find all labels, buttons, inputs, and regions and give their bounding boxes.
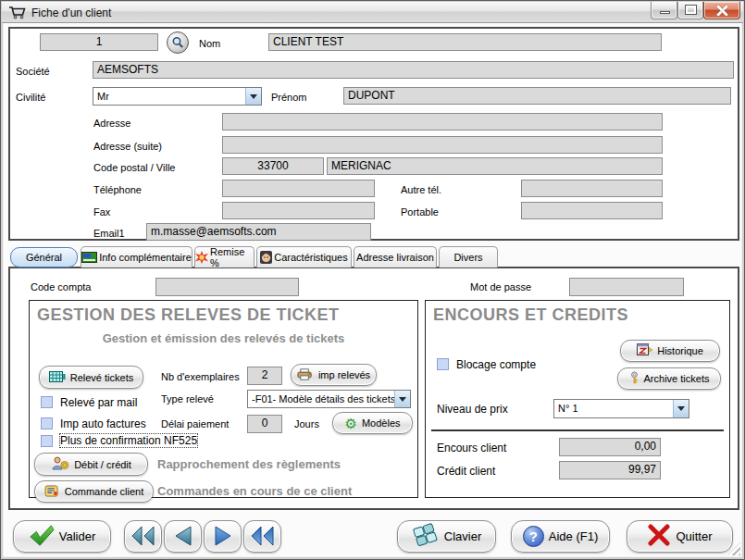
portable-field[interactable] xyxy=(521,202,663,219)
button-label: Débit / crédit xyxy=(74,459,131,470)
ville-field[interactable]: MERIGNAC xyxy=(327,157,663,175)
telephone-label: Téléphone xyxy=(93,184,142,195)
prenom-field[interactable]: DUPONT xyxy=(343,87,731,105)
delai-paiement-label: Délai paiement xyxy=(161,418,229,429)
person-face-icon xyxy=(260,251,272,264)
nom-field[interactable]: CLIENT TEST xyxy=(268,33,662,51)
valider-button[interactable]: Valider xyxy=(13,520,111,553)
first-record-button[interactable] xyxy=(124,520,162,553)
tab-label: Remise % xyxy=(210,246,254,268)
jours-label: Jours xyxy=(294,418,319,429)
button-label: Valider xyxy=(59,529,96,543)
tab-general[interactable]: Général xyxy=(10,247,78,268)
code-compta-field[interactable] xyxy=(155,278,299,296)
close-icon xyxy=(715,4,728,17)
nf525-checkbox[interactable] xyxy=(41,435,53,447)
identity-form: 1 Nom CLIENT TEST Société AEMSOFTS Civil… xyxy=(8,27,739,241)
code-postal-field[interactable]: 33700 xyxy=(222,157,324,175)
type-releve-label: Type relevé xyxy=(161,393,214,404)
key-icon xyxy=(629,371,639,387)
code-compta-label: Code compta xyxy=(31,281,91,292)
mot-de-passe-label: Mot de passe xyxy=(470,281,531,292)
adresse-suite-field[interactable] xyxy=(222,136,663,154)
order-note-icon xyxy=(44,485,60,499)
historique-button[interactable]: Historique xyxy=(620,340,720,362)
niveau-prix-select[interactable]: N° 1 xyxy=(553,399,689,418)
tab-divers[interactable]: Divers xyxy=(439,246,498,268)
encours-group-title: ENCOURS ET CREDITS xyxy=(433,305,628,325)
button-label: Aide (F1) xyxy=(549,529,598,543)
keyboard-icon xyxy=(412,523,440,550)
quitter-button[interactable]: Quitter xyxy=(627,520,733,553)
releve-tickets-button[interactable]: Relevé tickets xyxy=(39,366,143,389)
button-label: Clavier xyxy=(444,529,481,543)
encours-client-field[interactable]: 0,00 xyxy=(559,438,661,456)
credit-client-label: Crédit client xyxy=(437,465,495,478)
nb-exemplaires-field[interactable]: 2 xyxy=(247,367,282,385)
close-button[interactable] xyxy=(703,2,740,19)
check-icon xyxy=(29,523,55,550)
autre-tel-field[interactable] xyxy=(521,180,663,197)
arrow-left-icon xyxy=(172,525,194,549)
imp-releves-button[interactable]: imp relevés xyxy=(291,364,377,386)
prenom-label: Prénom xyxy=(271,92,307,103)
portable-label: Portable xyxy=(401,206,439,218)
tab-remise[interactable]: Remise % xyxy=(194,246,255,268)
ticket-grid-icon xyxy=(49,370,66,385)
tab-info-complementaire[interactable]: Info complémentaire xyxy=(81,246,192,268)
previous-record-button[interactable] xyxy=(164,520,202,553)
adresse-field[interactable] xyxy=(222,113,663,131)
minimize-button[interactable] xyxy=(651,2,677,19)
type-releve-value: -F01- Modèle détails des tickets xyxy=(248,391,394,407)
chevron-down-icon[interactable] xyxy=(245,88,261,105)
societe-field[interactable]: AEMSOFTS xyxy=(93,61,734,79)
chevron-down-icon[interactable] xyxy=(394,391,410,407)
encours-client-label: Encours client xyxy=(437,442,506,454)
last-record-button[interactable] xyxy=(243,520,281,553)
credit-client-field[interactable]: 99,97 xyxy=(559,461,661,479)
commandes-label: Commandes en cours de ce client xyxy=(157,484,352,498)
clavier-button[interactable]: Clavier xyxy=(397,520,496,553)
blocage-compte-checkbox[interactable] xyxy=(437,358,449,370)
maximize-button[interactable] xyxy=(677,2,703,19)
person-coin-icon xyxy=(51,456,69,472)
tab-label: Adresse livraison xyxy=(356,252,434,263)
next-record-button[interactable] xyxy=(204,520,242,553)
civilite-label: Civilité xyxy=(16,92,45,103)
double-arrow-right-icon xyxy=(250,525,275,549)
delai-paiement-field[interactable]: 0 xyxy=(247,415,282,433)
archive-tickets-button[interactable]: Archive tickets xyxy=(617,367,721,390)
nf525-label: Plus de confirmation NF525 xyxy=(60,434,197,447)
search-client-button[interactable] xyxy=(167,31,189,54)
imp-auto-factures-label: Imp auto factures xyxy=(60,417,146,430)
niveau-prix-value: N° 1 xyxy=(554,400,673,417)
gear-icon: ⚙ xyxy=(344,417,356,430)
adresse-label: Adresse xyxy=(93,118,130,129)
debit-credit-button[interactable]: Débit / crédit xyxy=(34,453,148,476)
chevron-down-icon[interactable] xyxy=(673,400,689,417)
red-x-icon xyxy=(647,524,671,549)
commande-client-button[interactable]: Commande client xyxy=(34,480,154,503)
releves-group-subtitle: Gestion et émission des relevés de ticke… xyxy=(30,331,417,345)
button-label: Historique xyxy=(657,345,703,356)
fax-field[interactable] xyxy=(222,202,375,219)
search-icon xyxy=(171,36,185,50)
button-label: imp relevés xyxy=(318,369,370,380)
imp-auto-factures-checkbox[interactable] xyxy=(41,417,53,429)
type-releve-select[interactable]: -F01- Modèle détails des tickets xyxy=(247,390,411,408)
double-arrow-left-icon xyxy=(130,525,155,549)
aide-button[interactable]: ? Aide (F1) xyxy=(511,520,610,553)
tab-label: Général xyxy=(26,252,62,263)
civilite-select[interactable]: Mr xyxy=(93,87,262,106)
telephone-field[interactable] xyxy=(222,180,375,197)
civilite-value: Mr xyxy=(93,88,245,105)
tab-caracteristiques[interactable]: Caractéristiques xyxy=(256,246,352,268)
mot-de-passe-field[interactable] xyxy=(569,278,684,296)
arrow-right-icon xyxy=(212,525,234,549)
tab-adresse-livraison[interactable]: Adresse livraison xyxy=(354,246,437,268)
releve-par-mail-checkbox[interactable] xyxy=(41,396,53,408)
email1-label: Email1 xyxy=(93,228,125,239)
client-number-field[interactable]: 1 xyxy=(40,33,158,51)
email1-field[interactable]: m.masse@aemsofts.com xyxy=(146,223,371,241)
modeles-button[interactable]: ⚙ Modèles xyxy=(332,412,413,434)
